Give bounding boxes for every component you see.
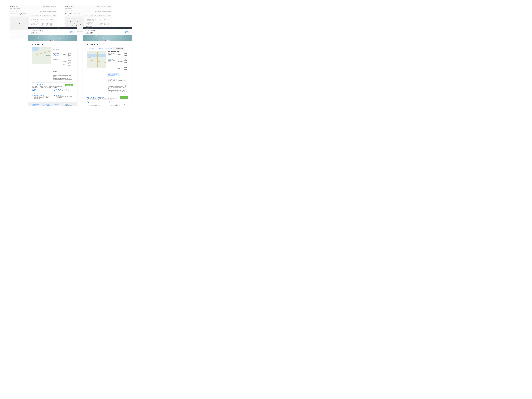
doctor-link[interactable]: Bhanu Krishnan, MD, FACC [108, 75, 128, 76]
doc-header: Care Center Sites Unused, medicine modul… [64, 5, 112, 8]
get-directions-link[interactable]: Get Directions [53, 55, 59, 56]
online-access-heading: Convenient Online Access [32, 84, 63, 86]
nav-contact[interactable]: Contact Us [70, 31, 75, 33]
nav-item[interactable]: Meet the Team [89, 15, 94, 16]
parking-heading: Parking Instructions [108, 79, 128, 80]
doc-subtitle: Contact: Variations [64, 8, 112, 9]
holidays-text: The office will be closed on the followi… [108, 85, 128, 89]
yelp-icon: ★ [105, 40, 106, 41]
nav-services[interactable]: Services [112, 31, 115, 33]
utility-bar: PRIVIA Medical Group 🔒 PATIENT LOGIN MAK… [83, 27, 132, 29]
office-heading: Our Office [53, 47, 73, 49]
nav-team[interactable]: Meet the Team [52, 31, 57, 33]
holidays-heading: Holidays [53, 71, 73, 72]
nav-item[interactable]: Patient Resources [99, 15, 106, 16]
footer-services-link[interactable]: Services [54, 104, 62, 105]
practice-specialty: Family Medicine [10, 15, 16, 16]
tab-leesburg[interactable]: Leesburg Office [95, 47, 105, 50]
doc-subtitle: PCP: Contact Us (Single) [9, 8, 57, 9]
doctor-link[interactable]: Michael Bornhammi, MD, FACC, RPVI [108, 76, 128, 78]
nav-about[interactable]: About Us [47, 31, 51, 33]
document-icon: ▤ [54, 89, 55, 91]
main-nav: About Us Meet the Team Services Patient … [84, 15, 111, 16]
utility-bar: PRIVIA Medical Group 🔒 PATIENT LOGIN MAK… [28, 27, 77, 29]
nav-item[interactable]: Services [40, 15, 43, 16]
make-appointment-button[interactable]: Make An Appointment [102, 11, 111, 12]
brand-logo[interactable]: PRIVIA Medical Group [30, 28, 38, 29]
logo-placeholder: Privia Medical Group logo [65, 10, 71, 13]
map-point-icon [98, 58, 99, 59]
doc-title: Care Center Sites [65, 6, 73, 7]
nav-item[interactable]: Contact Us [52, 15, 56, 16]
online-access-heading: Convenient Online Access [87, 96, 118, 98]
doctor-link[interactable]: Andrew J. Keller, MD, FACC [108, 74, 128, 75]
practice-specialty: CARDIOLOGY [85, 33, 101, 34]
map-pin-icon [70, 21, 71, 22]
get-directions-link[interactable]: Get Directions [108, 59, 114, 60]
team-link[interactable]: Edward Friedler, MD [43, 105, 52, 106]
footer: Annandale Family Medicine 7617 Little Ri… [28, 102, 77, 106]
main-nav: About Us Meet the Team Services Patient … [29, 15, 56, 16]
nav-contact[interactable]: Contact Us [124, 31, 130, 33]
nav-item[interactable]: Contact Us [107, 15, 111, 16]
map-placeholder [10, 18, 29, 30]
office-title: Our Office [31, 18, 56, 19]
fax: Fax: 703-941-2018 [31, 24, 39, 25]
sign-in-button[interactable]: SIGN IN [120, 96, 128, 99]
doctor-link[interactable]: Kenneth Brooks, MD, FACC [108, 73, 128, 74]
online-access-sub: Our Patient Portal gives you secure, 24/… [32, 86, 63, 88]
addr-line: Suite 710 [31, 20, 39, 21]
payment-icon: ◑ [54, 95, 55, 96]
page-title: Contact Us [87, 43, 128, 46]
doc-title: Care Center Sites [10, 6, 18, 7]
addr-line: 44055 Riverside Parkway Suite 244 [86, 19, 98, 20]
main-nav: About Us Meet the Team Services Patient … [101, 31, 130, 33]
nav-team[interactable]: Meet the Team [106, 31, 111, 33]
nav-item[interactable]: Patient Resources [44, 15, 51, 16]
doc-meta: Unused, medicine module · Page: 1/24 [43, 6, 56, 7]
emergency-text: For life-threatening emergencies, call "… [108, 90, 128, 93]
map-pin-icon [77, 21, 78, 23]
sign-in-button[interactable]: SIGN IN [65, 84, 73, 86]
view-page-link[interactable]: view page now [10, 38, 15, 38]
doc-meta: Unused, medicine module · Page: 12/24 [97, 6, 111, 7]
make-appointment-link[interactable]: MAKE AN APPOINTMENT [66, 28, 75, 28]
tab-fairfax[interactable]: Fairfax Office [87, 47, 95, 50]
rx-icon: ℞ [32, 95, 34, 96]
main-nav: About Us Meet the Team Services Patient … [47, 31, 75, 33]
nav-resources[interactable]: Patient Resources [62, 31, 69, 33]
office-map[interactable]: Leesburg Landsdowne Ashburn Broadlands D… [87, 51, 106, 68]
make-appointment-link[interactable]: MAKE AN APPOINTMENT [121, 28, 130, 28]
directions-link[interactable]: Driving Directions [86, 24, 92, 25]
tab-landsdowne[interactable]: Landsdowne Office [113, 47, 124, 50]
nav-about[interactable]: About Us [101, 31, 104, 33]
practice-name: Cardiac Care Associates [85, 30, 101, 33]
patient-login-button[interactable]: Patient Login [40, 11, 46, 12]
patient-login-button[interactable]: Patient Login [95, 11, 101, 12]
practice-name: Cardiac Care Associates [65, 13, 111, 15]
practice-specialty: Cardiology [65, 15, 69, 16]
yelp-icon: ★ [50, 40, 51, 41]
brand-logo[interactable]: PRIVIA Medical Group [85, 28, 93, 29]
fax: Fax: 571-423-5082 [86, 23, 98, 24]
doc-header: Care Center Sites Unused, medicine modul… [9, 5, 57, 8]
practice-specialty: FAMILY MEDICINE [31, 33, 47, 34]
nav-resources[interactable]: Patient Resources [117, 31, 123, 33]
footer-resources-link[interactable]: Patient Resources [54, 105, 62, 106]
make-appointment-button[interactable]: Make An Appointment [47, 11, 56, 12]
office-map[interactable]: Bethesda Silver Spring [32, 47, 51, 64]
patient-login-link[interactable]: 🔒 PATIENT LOGIN [58, 28, 65, 28]
practice-name: Annandale Family Medicine [10, 13, 56, 15]
nav-services[interactable]: Services [58, 31, 61, 33]
hours-table: Monday9am-5pm Tuesday9am-5pm Wednesday9a… [99, 19, 110, 25]
logo-placeholder: Privia Medical Group logo [10, 10, 17, 13]
tab-reston[interactable]: Reston Office [105, 47, 113, 50]
patient-login-link[interactable]: 🔒 PATIENT LOGIN [113, 28, 120, 28]
nav-item[interactable]: Services [95, 15, 98, 16]
phone: Phone: 703-858-3185 [86, 22, 98, 23]
nav-item[interactable]: Meet the Team [34, 15, 39, 16]
nav-item[interactable]: About Us [84, 15, 88, 16]
directions-link[interactable]: Driving Directions [31, 25, 37, 26]
office-tabs: Fairfax Office Leesburg Office Reston Of… [87, 47, 128, 50]
nav-item[interactable]: About Us [29, 15, 32, 16]
